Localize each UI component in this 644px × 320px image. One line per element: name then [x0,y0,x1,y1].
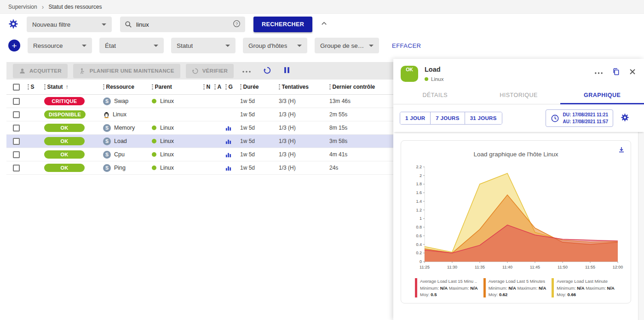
column-drag-icon[interactable] [44,84,46,90]
criteria-select-ressource[interactable]: Ressource [28,38,92,53]
column-drag-icon[interactable] [329,84,331,90]
column-header-ressource[interactable]: Ressource [103,84,152,90]
graph-cell [225,152,240,158]
resource-name[interactable]: Swap [114,98,128,104]
maintenance-button[interactable]: PLANIFIER UNE MAINTENANCE [73,64,180,78]
column-drag-icon[interactable] [152,84,153,90]
criteria-select-groupe-de-ser[interactable]: Groupe de ser... [315,38,379,53]
saved-filter-select[interactable]: Nouveau filtre [27,17,112,32]
filter-settings-button[interactable] [8,19,18,30]
sort-ascending-icon[interactable]: ↑ [66,84,69,90]
acknowledge-button[interactable]: ACQUITTER [13,64,68,78]
add-criteria-button[interactable]: + [8,40,20,51]
search-help-button[interactable]: ? [233,20,241,29]
column-header-g[interactable]: G [225,84,240,90]
parent-name[interactable]: Linux [160,165,174,171]
row-checkbox[interactable] [13,151,20,158]
column-drag-icon[interactable] [28,84,29,90]
panel-more-button[interactable] [594,69,603,76]
clear-filters-button[interactable]: EFFACER [392,42,421,49]
panel-status-badge: OK [401,66,418,82]
panel-subtitle[interactable]: Linux [431,76,444,82]
parent-name[interactable]: Linux [160,151,174,158]
panel-scrollbar[interactable] [638,105,644,320]
column-header-a[interactable]: A [214,84,225,90]
row-checkbox[interactable] [13,111,20,118]
column-drag-icon[interactable] [225,84,227,90]
criteria-select-statut[interactable]: Statut [171,38,236,53]
graph-icon[interactable] [225,165,231,171]
resource-name[interactable]: Load [114,138,127,144]
graph-icon[interactable] [225,138,231,144]
legend-item-average-load-last-minute[interactable]: Average Load Last MinuteMinimum: N/A Max… [552,278,615,298]
table-row[interactable]: OKSMemoryLinux1w 5d1/3 (H)8m 15s [6,121,393,135]
column-drag-icon[interactable] [103,84,104,90]
check-label: VÉRIFIER [202,68,228,74]
column-header-parent[interactable]: Parent [152,84,203,90]
parent-name[interactable]: Linux [160,98,174,104]
range-button-1-jour[interactable]: 1 JOUR [400,112,431,124]
table-row[interactable]: OKSPingLinux1w 5d1/3 (H)24s [6,161,393,175]
date-range-picker[interactable]: DU: 17/08/2021 11:21 AU: 17/08/2021 11:5… [546,109,613,127]
collapse-filters-button[interactable] [321,20,328,29]
column-header-tentatives[interactable]: Tentatives [279,84,329,90]
row-checkbox[interactable] [13,165,20,171]
more-actions-button[interactable] [242,68,251,74]
tab-historique[interactable]: HISTORIQUE [477,86,561,104]
column-header-dernier-controle[interactable]: Dernier contrôle [329,84,393,90]
pause-refresh-button[interactable] [283,67,290,75]
table-row[interactable]: OKSLoadLinux1w 5d1/3 (H)3m 58s [6,135,393,148]
legend-average: Moy: 0.66 [557,291,615,298]
breadcrumb-item-supervision[interactable]: Supervision [8,4,37,10]
column-header-n[interactable]: N [203,84,214,90]
table-row[interactable]: OKSCpuLinux1w 5d1/3 (H)4m 41s [6,148,393,161]
parent-name[interactable]: Linux [160,138,174,144]
legend-item-average-load-last-5-minutes[interactable]: Average Load Last 5 MinutesMinimum: N/A … [483,278,546,298]
graph-icon[interactable] [225,152,231,158]
search-button[interactable]: RECHERCHER [253,17,312,32]
tab-graphique[interactable]: GRAPHIQUE [560,86,644,104]
export-chart-button[interactable] [618,146,625,155]
table-row[interactable]: CRITIQUESSwapLinux1w 5d3/3 (H)13m 46s [6,95,393,108]
resource-name[interactable]: Cpu [114,151,125,158]
status-badge[interactable]: CRITIQUE [44,97,85,105]
graph-settings-button[interactable] [621,113,629,123]
resource-name[interactable]: Linux [113,111,126,118]
search-input[interactable] [136,21,229,28]
column-header-statut[interactable]: Statut↑ [44,84,103,90]
status-badge[interactable]: DISPONIBLE [44,110,86,119]
status-badge[interactable]: OK [44,164,85,172]
criteria-select-etat[interactable]: État [99,38,164,53]
criteria-select-group-d-hotes[interactable]: Group d'hôtes [243,38,307,53]
tab-details[interactable]: DÉTAILS [393,86,477,104]
legend-item-average-load-last-15-minu[interactable]: Average Load Last 15 Minu ..Minimum: N/A… [415,278,478,298]
range-button-7-jours[interactable]: 7 JOURS [431,112,465,124]
select-all-checkbox[interactable] [13,84,20,91]
resource-name[interactable]: Ping [114,165,126,171]
row-checkbox[interactable] [13,125,20,131]
status-badge[interactable]: OK [44,137,85,145]
column-drag-icon[interactable] [279,84,280,90]
panel-close-button[interactable] [629,69,636,76]
refresh-button[interactable] [263,66,271,76]
range-button-31-jours[interactable]: 31 JOURS [465,112,502,124]
graph-icon[interactable] [225,125,231,131]
parent-name[interactable]: Linux [160,125,174,131]
column-drag-icon[interactable] [203,84,205,90]
gear-icon [8,19,18,30]
resource-name[interactable]: Memory [114,125,135,131]
tries-value: 1/3 (H) [279,125,329,131]
row-checkbox[interactable] [13,138,20,145]
copy-link-button[interactable] [612,68,620,77]
service-icon: S [103,151,111,159]
check-button[interactable]: VÉRIFIER [186,64,234,78]
chevron-down-icon [225,45,230,47]
column-header-s[interactable]: S [28,84,44,90]
column-header-duree[interactable]: Durée [240,84,279,90]
status-badge[interactable]: OK [44,150,85,159]
column-drag-icon[interactable] [240,84,242,90]
table-row[interactable]: DISPONIBLELinux1w 5d1/3 (H)2m 55s [6,108,393,121]
status-badge[interactable]: OK [44,124,85,132]
row-checkbox[interactable] [13,98,20,105]
column-drag-icon[interactable] [214,84,216,90]
